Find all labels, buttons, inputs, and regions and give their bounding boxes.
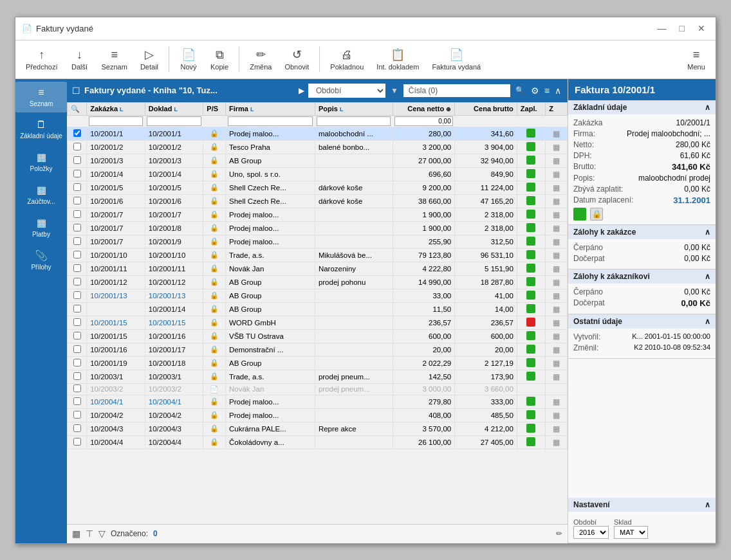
row-checkbox[interactable] [73,318,81,326]
cell-s[interactable] [68,302,87,316]
cell-s[interactable] [68,289,87,302]
filter-firma-input[interactable] [228,116,313,126]
row-checkbox[interactable] [73,237,81,245]
row-checkbox[interactable] [73,372,81,380]
detail-section-ostatni-header[interactable]: Ostatní údaje ∧ [568,314,716,329]
period-select[interactable]: Období [308,84,385,98]
next-button[interactable]: ↓ Další [66,46,94,73]
cell-s[interactable] [68,127,87,140]
cell-s[interactable] [68,383,87,395]
table-row[interactable]: 10/2001/7 10/2001/9 🔒 Prodej maloo... 25… [68,235,568,248]
col-header-zakaz[interactable]: Zakázka L [87,102,145,115]
maximize-button[interactable]: □ [676,22,689,35]
row-checkbox[interactable] [73,183,81,191]
col-header-z[interactable]: Z [546,102,568,115]
table-row[interactable]: 10/2001/2 10/2001/2 🔒 Tesco Praha balené… [68,140,568,154]
edit-icon[interactable]: ✏ [556,529,562,538]
copy-button[interactable]: ⧉ Kopie [205,46,234,73]
table-row[interactable]: 10/2001/19 10/2001/18 🔒 AB Group 2 022,2… [68,356,568,370]
sidebar-item-zactovani[interactable]: ▦ Zaúčtov... [15,179,67,210]
detail-button[interactable]: ▷ Detail [135,45,163,73]
table-row[interactable]: 10/2001/13 10/2001/13 🔒 AB Group 33,00 4… [68,289,568,302]
receipt-button[interactable]: 🖨 Pokladnou [325,46,369,73]
col-header-popis[interactable]: Popis L [315,102,393,115]
table-row[interactable]: 10/2001/12 10/2001/12 🔒 AB Group prodej … [68,275,568,289]
row-checkbox[interactable] [73,197,81,204]
filter-doklad[interactable] [145,115,203,127]
list-checkbox-icon[interactable]: ☐ [72,86,80,96]
sidebar-item-seznam[interactable]: ≡ Seznam [15,82,67,113]
row-checkbox[interactable] [73,129,81,137]
table-row[interactable]: 10/2001/10 10/2001/10 🔒 Trade, a.s. Miku… [68,248,568,262]
sidebar-item-polozky[interactable]: ▦ Položky [15,146,67,177]
cell-s[interactable] [68,208,87,221]
detail-section-zalohy-zakaznik-header[interactable]: Zálohy k zákazníkovi ∧ [568,269,716,284]
cell-s[interactable] [68,194,87,208]
filter-popis[interactable] [315,115,393,127]
table-row[interactable]: 10/2003/1 10/2003/1 🔒 Trade, a.s. prodej… [68,370,568,383]
table-row[interactable]: 10/2001/11 10/2001/11 🔒 Novák Jan Naroze… [68,262,568,275]
cell-s[interactable] [68,167,87,181]
detail-section-zakladni-header[interactable]: Základní údaje ∧ [568,100,716,114]
filter-zakaz-input[interactable] [89,116,143,126]
col-header-s[interactable]: 🔍 [68,102,87,115]
row-checkbox[interactable] [73,156,81,164]
filter-firma[interactable] [226,115,315,127]
row-checkbox[interactable] [73,384,81,392]
cell-s[interactable] [68,435,87,449]
filter-doklad-input[interactable] [147,116,201,126]
invoice-button[interactable]: 📄 Faktura vydaná [427,45,486,73]
col-header-netto[interactable]: Cena netto ⊕ [393,102,455,115]
table-row[interactable]: 10/2001/4 10/2001/4 🔒 Uno, spol. s r.o. … [68,167,568,181]
grid-icon[interactable]: ▦ [72,528,80,539]
cell-s[interactable] [68,140,87,154]
row-checkbox[interactable] [73,424,81,432]
detail-section-zalohy-zakaz-header[interactable]: Zálohy k zakázce ∧ [568,225,716,239]
row-checkbox[interactable] [73,264,81,272]
table-row[interactable]: 10/2003/2 10/2003/2 📄 Novák Jan prodej p… [68,383,568,395]
cell-s[interactable] [68,316,87,329]
table-row[interactable]: 10/2004/4 10/2004/4 🔒 Čokoládovny a... 2… [68,435,568,449]
col-header-firma[interactable]: Firma L [226,102,315,115]
col-header-brutto[interactable]: Cena brutto [455,102,517,115]
detail-section-nastaveni-header[interactable]: Nastavení ∧ [568,498,716,512]
table-row[interactable]: 10/2001/14 🔒 AB Group 11,50 14,00 ▦ [68,302,568,316]
table-row[interactable]: 10/2001/15 10/2001/16 🔒 VŠB TU Ostrava 6… [68,329,568,343]
table-row[interactable]: 10/2001/5 10/2001/5 🔒 Shell Czech Re... … [68,181,568,194]
cell-s[interactable] [68,275,87,289]
row-checkbox[interactable] [73,359,81,366]
table-row[interactable]: 10/2004/1 10/2004/1 🔒 Prodej maloo... 27… [68,395,568,408]
sklad-select[interactable]: MAT [614,526,648,539]
table-row[interactable]: 10/2001/7 10/2001/8 🔒 Prodej maloo... 1 … [68,221,568,235]
row-checkbox[interactable] [73,411,81,419]
table-row[interactable]: 10/2001/16 10/2001/17 🔒 Demonstrační ...… [68,343,568,356]
filter-icon[interactable]: ⊤ [86,528,93,539]
cell-s[interactable] [68,395,87,408]
row-checkbox[interactable] [73,345,81,353]
change-button[interactable]: ✏ Změna [245,45,277,73]
table-row[interactable]: 10/2001/7 10/2001/7 🔒 Prodej maloo... 1 … [68,208,568,221]
table-row[interactable]: 10/2001/3 10/2001/3 🔒 AB Group 27 000,00… [68,154,568,167]
settings-icon[interactable]: ⚙ [530,84,541,97]
table-row[interactable]: 10/2001/1 10/2001/1 🔒 Prodej maloo... ma… [68,127,568,140]
row-checkbox[interactable] [73,438,81,446]
table-container[interactable]: 🔍 Zakázka L Doklad L P/S Firma L Popis L… [67,102,568,524]
cell-s[interactable] [68,329,87,343]
row-checkbox[interactable] [73,397,81,405]
row-checkbox[interactable] [73,332,81,339]
filter-netto-input[interactable] [394,116,453,126]
refresh-button[interactable]: ↺ Obnovit [279,45,314,73]
new-button[interactable]: 📄 Nový [174,45,203,73]
sidebar-item-platby[interactable]: ▦ Platby [15,212,67,243]
cell-s[interactable] [68,408,87,422]
sidebar-item-prilohy[interactable]: 📎 Přílohy [15,244,67,276]
menu-button[interactable]: ≡ Menu [682,46,710,73]
filter-popis-input[interactable] [317,116,391,126]
col-header-doklad[interactable]: Doklad L [145,102,203,115]
funnel-icon[interactable]: ▽ [98,528,106,539]
search-input[interactable] [403,84,510,97]
cell-s[interactable] [68,154,87,167]
cell-s[interactable] [68,343,87,356]
col-header-ps[interactable]: P/S [203,102,226,115]
cell-s[interactable] [68,356,87,370]
